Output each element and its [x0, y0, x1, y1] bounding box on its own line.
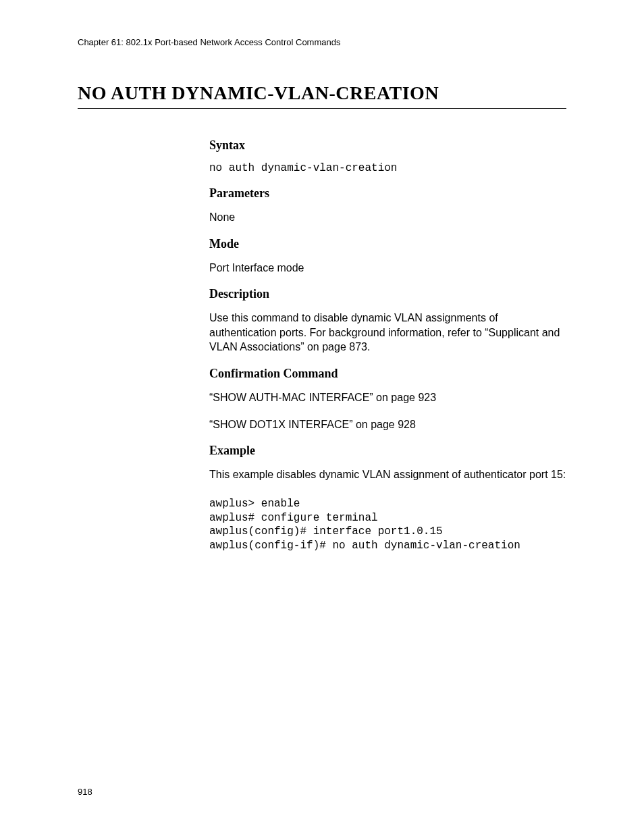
description-text: Use this command to disable dynamic VLAN… [209, 311, 566, 355]
mode-heading: Mode [209, 237, 566, 251]
description-heading: Description [209, 287, 566, 301]
syntax-code: no auth dynamic-vlan-creation [209, 162, 566, 174]
mode-text: Port Interface mode [209, 261, 566, 276]
confirmation-line2: “SHOW DOT1X INTERFACE” on page 928 [209, 417, 566, 432]
confirmation-line1: “SHOW AUTH-MAC INTERFACE” on page 923 [209, 390, 566, 405]
page-number: 918 [78, 787, 92, 797]
command-title: NO AUTH DYNAMIC-VLAN-CREATION [78, 82, 566, 109]
example-code: awplus> enable awplus# configure termina… [209, 497, 566, 553]
syntax-heading: Syntax [209, 138, 566, 153]
content-area: Syntax no auth dynamic-vlan-creation Par… [78, 138, 566, 553]
example-intro: This example disables dynamic VLAN assig… [209, 467, 566, 482]
chapter-header: Chapter 61: 802.1x Port-based Network Ac… [78, 37, 566, 47]
confirmation-heading: Confirmation Command [209, 367, 566, 381]
example-heading: Example [209, 444, 566, 458]
parameters-text: None [209, 210, 566, 225]
parameters-heading: Parameters [209, 186, 566, 201]
